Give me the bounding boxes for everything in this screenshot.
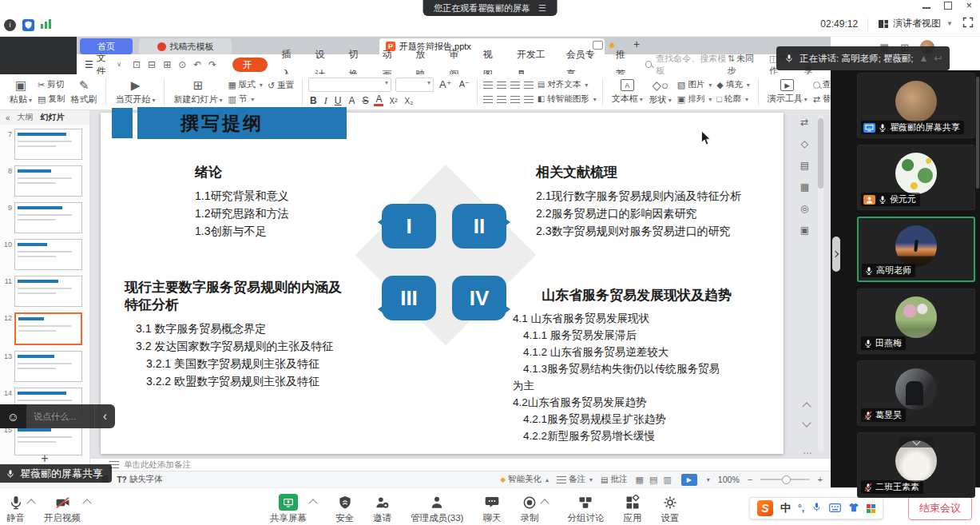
fit-window-icon[interactable]: ⇄ — [800, 117, 808, 128]
strikethrough-button[interactable]: S — [360, 95, 370, 106]
subscript-button[interactable]: X₂ — [403, 97, 415, 105]
slide-thumbnail-13[interactable]: 13 — [0, 351, 89, 382]
new-slide-button[interactable]: ⊞新建幻灯片▾ — [170, 78, 225, 105]
record-button[interactable]: 录制 — [520, 493, 538, 524]
indent-decrease-icon[interactable] — [510, 82, 520, 89]
indent-increase-icon[interactable] — [524, 82, 534, 89]
settings-button[interactable]: 设置 — [661, 493, 679, 524]
slide-thumbnail-8[interactable]: 8 — [0, 165, 89, 197]
start-video-button[interactable]: 开启视频 — [44, 493, 81, 524]
find-button[interactable]: 查找 — [813, 79, 831, 90]
notes-bar[interactable]: 单击此处添加备注 — [90, 458, 831, 471]
selection-pane-icon[interactable]: ◎ — [800, 203, 808, 214]
print-icon[interactable]: ⊞ — [163, 59, 171, 70]
minimize-icon[interactable] — [922, 7, 930, 9]
present-tools-button[interactable]: ▶演示工具▾ — [764, 79, 811, 105]
new-file-icon[interactable]: ⊡ — [133, 59, 141, 70]
mute-button[interactable]: 静音 — [6, 493, 25, 524]
chat-button[interactable]: 聊天 — [482, 493, 501, 524]
apps-button[interactable]: 应用 — [623, 493, 641, 524]
comments-button[interactable]: ▤ 批注 — [601, 473, 627, 487]
ime-language-toggle[interactable]: 中 — [780, 501, 791, 515]
chevron-up-icon[interactable] — [26, 499, 35, 507]
textbox-button[interactable]: A文本框▾ — [609, 79, 646, 105]
restore-icon[interactable] — [944, 2, 952, 10]
menu-开始[interactable]: 开始 — [232, 58, 268, 72]
canvas-scrollbar-thumb[interactable] — [818, 118, 823, 189]
shapes-button[interactable]: ◇○形状▾ — [646, 78, 675, 105]
align-center-icon[interactable] — [497, 96, 506, 103]
bullets-icon[interactable] — [483, 82, 493, 89]
roman-bubble-1[interactable]: I — [382, 204, 436, 249]
replace-button[interactable]: ⇄替换▾ — [813, 93, 831, 105]
collapse-chat-icon[interactable]: ‹ — [94, 404, 115, 428]
punctuation-toggle[interactable]: °, — [798, 503, 804, 514]
invite-button[interactable]: 邀请 — [373, 493, 391, 524]
chevron-down-icon[interactable] — [899, 437, 934, 447]
chevron-up-icon[interactable] — [541, 499, 550, 507]
copy-button[interactable]: ▤复制 — [38, 93, 65, 105]
sogou-apps-grid-icon[interactable] — [867, 504, 875, 513]
section-literature[interactable]: 相关文献梳理 2.1现行数字服务贸易规则内涵及特征分析2.2服务贸易进口的影响因… — [536, 164, 750, 240]
paste-button[interactable]: ▣粘贴▾ — [6, 78, 35, 105]
italic-button[interactable]: I — [323, 95, 329, 107]
print-preview-icon[interactable]: ⊙ — [178, 59, 186, 70]
participant-tile[interactable]: 田燕梅 — [857, 288, 975, 354]
align-text-button[interactable]: ▤对齐文本▾ — [538, 79, 588, 90]
layout-button[interactable]: ▦版式▾ — [228, 79, 262, 90]
zoom-out-button[interactable]: − — [748, 475, 752, 484]
font-family-select[interactable] — [308, 78, 391, 92]
soft-keyboard-icon[interactable] — [829, 501, 841, 515]
save-icon[interactable]: ⊟ — [148, 59, 156, 70]
notes-pane-icon[interactable]: ▤ — [800, 160, 809, 171]
slide-title-banner[interactable]: 撰写提纲 — [137, 107, 347, 139]
voice-input-icon[interactable] — [811, 501, 822, 515]
layout-pane-icon[interactable]: ▦ — [800, 181, 809, 193]
arrange-button[interactable]: ▣排列▾ — [677, 93, 712, 105]
section-shandong-trade[interactable]: 山东省服务贸易发展现状及趋势 4.1 山东省服务贸易发展现状4.1.1 服务贸易… — [513, 287, 778, 444]
roman-bubble-4[interactable]: IV — [452, 276, 506, 320]
align-right-icon[interactable] — [510, 96, 520, 103]
panel-scrollbar-thumb[interactable] — [976, 77, 979, 189]
reset-button[interactable]: ↺重置 — [268, 80, 294, 91]
emoji-icon[interactable]: ☺ — [0, 404, 26, 428]
security-button[interactable]: 安全 — [335, 493, 354, 524]
previous-slide-icon[interactable] — [802, 402, 811, 411]
participant-tile[interactable]: 侯元元 — [857, 145, 975, 210]
slide-thumbnail-9[interactable]: 9 — [0, 202, 89, 233]
menu-sync-status[interactable]: ⇅未同步 — [728, 53, 759, 77]
font-size-select[interactable] — [395, 78, 434, 92]
slide-thumbnail-7[interactable]: 7 — [0, 129, 89, 160]
manage-members-button[interactable]: 管理成员(33) — [411, 493, 463, 524]
participant-tile[interactable]: 葛昱昊 — [857, 360, 975, 426]
align-left-icon[interactable] — [483, 96, 493, 103]
participant-tile[interactable]: 二班王素素 — [857, 432, 975, 498]
slideshow-play-button[interactable]: ▶ — [681, 474, 697, 486]
redo-icon[interactable]: ↷ — [208, 59, 216, 70]
decrease-font-icon[interactable]: A⁻ — [458, 79, 471, 89]
superscript-button[interactable]: X² — [387, 97, 399, 105]
sogou-logo-icon[interactable]: S — [757, 500, 773, 516]
fill-button[interactable]: ◆填充▾ — [716, 79, 749, 90]
cut-button[interactable]: ✂剪切 — [38, 79, 65, 90]
missing-font-warning[interactable]: T? 缺失字体 — [117, 474, 163, 485]
chevron-up-icon[interactable] — [82, 499, 91, 507]
section-introduction[interactable]: 绪论 1.1研究背景和意义1.2研究思路和方法1.3创新与不足 — [195, 164, 379, 240]
participant-tile[interactable]: 高明老师 — [857, 217, 975, 282]
outline-button[interactable]: □轮廓▾ — [716, 93, 749, 105]
participant-tile[interactable]: 瞿薇郦的屏幕共享 — [857, 73, 975, 138]
picture-button[interactable]: ▧图片▾ — [677, 79, 712, 90]
justify-icon[interactable] — [524, 96, 534, 103]
slide-thumbnail-11[interactable]: 11 — [0, 276, 89, 307]
fullscreen-icon[interactable] — [962, 17, 974, 30]
zoom-in-button[interactable]: + — [818, 475, 823, 484]
current-slide[interactable]: 撰写提纲 I II III IV 绪论 1.1研究背景和意义1.2研究思路和方法… — [101, 113, 784, 454]
notes-button[interactable]: 备注▾ — [557, 474, 593, 485]
close-icon[interactable]: × — [966, 2, 972, 10]
beautify-pane-icon[interactable]: ◇ — [801, 138, 808, 149]
format-painter-button[interactable]: ✎格式刷 — [67, 78, 100, 105]
section-rules-analysis[interactable]: 现行主要数字服务贸易规则的内涵及特征分析 3.1 数字服务贸易概念界定3.2 发… — [125, 279, 388, 390]
roman-bubble-3[interactable]: III — [382, 276, 436, 320]
char-border-button[interactable]: A — [347, 95, 356, 106]
slide-thumbnail-12[interactable]: 12 — [0, 312, 89, 345]
